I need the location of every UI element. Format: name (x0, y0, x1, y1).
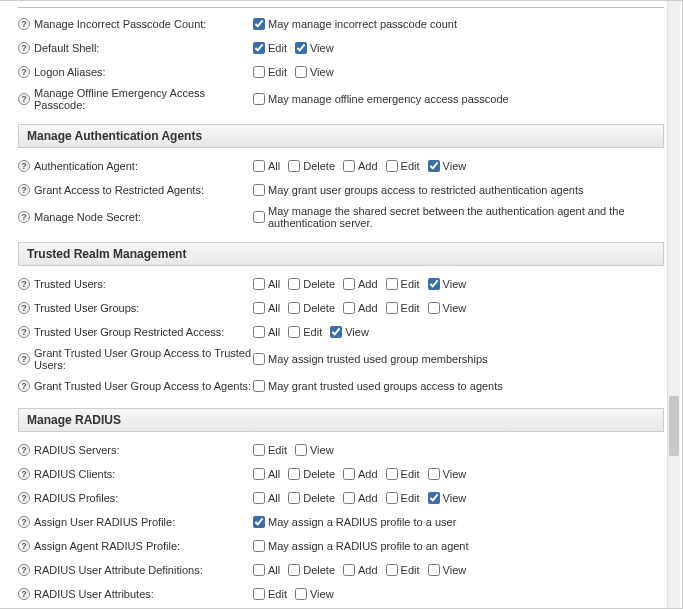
checkbox-input[interactable] (288, 278, 300, 290)
checkbox-input[interactable] (343, 302, 355, 314)
checkbox-input[interactable] (428, 564, 440, 576)
checkbox-input[interactable] (386, 468, 398, 480)
checkbox-edit[interactable]: Edit (386, 564, 420, 576)
checkbox-may-assign-a-radius-profile-to-an-agent[interactable]: May assign a RADIUS profile to an agent (253, 540, 469, 552)
help-icon[interactable]: ? (18, 93, 30, 105)
checkbox-input[interactable] (253, 42, 265, 54)
checkbox-all[interactable]: All (253, 302, 280, 314)
checkbox-input[interactable] (343, 564, 355, 576)
checkbox-input[interactable] (386, 160, 398, 172)
checkbox-input[interactable] (253, 380, 265, 392)
checkbox-input[interactable] (253, 516, 265, 528)
checkbox-edit[interactable]: Edit (386, 160, 420, 172)
checkbox-input[interactable] (428, 302, 440, 314)
checkbox-input[interactable] (253, 588, 265, 600)
checkbox-add[interactable]: Add (343, 302, 378, 314)
help-icon[interactable]: ? (18, 516, 30, 528)
help-icon[interactable]: ? (18, 184, 30, 196)
checkbox-edit[interactable]: Edit (253, 588, 287, 600)
help-icon[interactable]: ? (18, 588, 30, 600)
checkbox-input[interactable] (288, 326, 300, 338)
checkbox-view[interactable]: View (428, 468, 467, 480)
checkbox-may-assign-trusted-used-group-memberships[interactable]: May assign trusted used group membership… (253, 353, 488, 365)
checkbox-input[interactable] (253, 66, 265, 78)
checkbox-view[interactable]: View (295, 444, 334, 456)
vertical-scrollbar[interactable] (667, 1, 680, 609)
checkbox-input[interactable] (253, 278, 265, 290)
checkbox-edit[interactable]: Edit (386, 302, 420, 314)
checkbox-input[interactable] (386, 278, 398, 290)
checkbox-delete[interactable]: Delete (288, 302, 335, 314)
checkbox-input[interactable] (428, 160, 440, 172)
checkbox-input[interactable] (428, 492, 440, 504)
checkbox-may-grant-trusted-used-groups-access-to-agents[interactable]: May grant trusted used groups access to … (253, 380, 503, 392)
help-icon[interactable]: ? (18, 278, 30, 290)
checkbox-view[interactable]: View (428, 302, 467, 314)
checkbox-input[interactable] (386, 564, 398, 576)
checkbox-edit[interactable]: Edit (253, 42, 287, 54)
checkbox-delete[interactable]: Delete (288, 564, 335, 576)
checkbox-input[interactable] (295, 42, 307, 54)
checkbox-view[interactable]: View (428, 278, 467, 290)
checkbox-input[interactable] (253, 184, 265, 196)
checkbox-edit[interactable]: Edit (386, 278, 420, 290)
checkbox-all[interactable]: All (253, 468, 280, 480)
checkbox-input[interactable] (253, 540, 265, 552)
checkbox-add[interactable]: Add (343, 160, 378, 172)
help-icon[interactable]: ? (18, 353, 30, 365)
help-icon[interactable]: ? (18, 468, 30, 480)
help-icon[interactable]: ? (18, 211, 30, 223)
checkbox-input[interactable] (343, 468, 355, 480)
checkbox-input[interactable] (343, 278, 355, 290)
help-icon[interactable]: ? (18, 564, 30, 576)
checkbox-input[interactable] (330, 326, 342, 338)
checkbox-input[interactable] (253, 302, 265, 314)
checkbox-edit[interactable]: Edit (386, 468, 420, 480)
checkbox-input[interactable] (253, 93, 265, 105)
checkbox-input[interactable] (253, 492, 265, 504)
checkbox-input[interactable] (253, 211, 265, 223)
help-icon[interactable]: ? (18, 540, 30, 552)
scrollbar-thumb[interactable] (669, 396, 679, 456)
checkbox-input[interactable] (253, 353, 265, 365)
checkbox-view[interactable]: View (295, 588, 334, 600)
checkbox-input[interactable] (386, 302, 398, 314)
checkbox-view[interactable]: View (330, 326, 369, 338)
checkbox-edit[interactable]: Edit (288, 326, 322, 338)
checkbox-input[interactable] (253, 326, 265, 338)
checkbox-input[interactable] (288, 160, 300, 172)
help-icon[interactable]: ? (18, 444, 30, 456)
checkbox-all[interactable]: All (253, 326, 280, 338)
checkbox-may-assign-a-radius-profile-to-a-user[interactable]: May assign a RADIUS profile to a user (253, 516, 456, 528)
checkbox-may-manage-the-shared-secret-between-the-authentication-agent-and-the-authentication-server[interactable]: May manage the shared secret between the… (253, 205, 664, 229)
help-icon[interactable]: ? (18, 160, 30, 172)
checkbox-view[interactable]: View (428, 160, 467, 172)
checkbox-view[interactable]: View (295, 42, 334, 54)
help-icon[interactable]: ? (18, 326, 30, 338)
help-icon[interactable]: ? (18, 492, 30, 504)
checkbox-delete[interactable]: Delete (288, 278, 335, 290)
checkbox-all[interactable]: All (253, 492, 280, 504)
checkbox-may-manage-offline-emergency-access-passcode[interactable]: May manage offline emergency access pass… (253, 93, 509, 105)
help-icon[interactable]: ? (18, 66, 30, 78)
checkbox-all[interactable]: All (253, 160, 280, 172)
help-icon[interactable]: ? (18, 18, 30, 30)
checkbox-may-grant-user-groups-access-to-restricted-authentication-agents[interactable]: May grant user groups access to restrict… (253, 184, 584, 196)
checkbox-delete[interactable]: Delete (288, 468, 335, 480)
checkbox-may-manage-incorrect-passcode-count[interactable]: May manage incorrect passcode count (253, 18, 457, 30)
checkbox-input[interactable] (288, 468, 300, 480)
checkbox-input[interactable] (288, 492, 300, 504)
help-icon[interactable]: ? (18, 302, 30, 314)
checkbox-input[interactable] (428, 278, 440, 290)
checkbox-add[interactable]: Add (343, 278, 378, 290)
checkbox-edit[interactable]: Edit (253, 444, 287, 456)
checkbox-add[interactable]: Add (343, 468, 378, 480)
checkbox-input[interactable] (253, 564, 265, 576)
help-icon[interactable]: ? (18, 42, 30, 54)
checkbox-input[interactable] (295, 588, 307, 600)
checkbox-add[interactable]: Add (343, 492, 378, 504)
checkbox-input[interactable] (253, 444, 265, 456)
checkbox-input[interactable] (288, 564, 300, 576)
checkbox-input[interactable] (343, 160, 355, 172)
checkbox-delete[interactable]: Delete (288, 160, 335, 172)
